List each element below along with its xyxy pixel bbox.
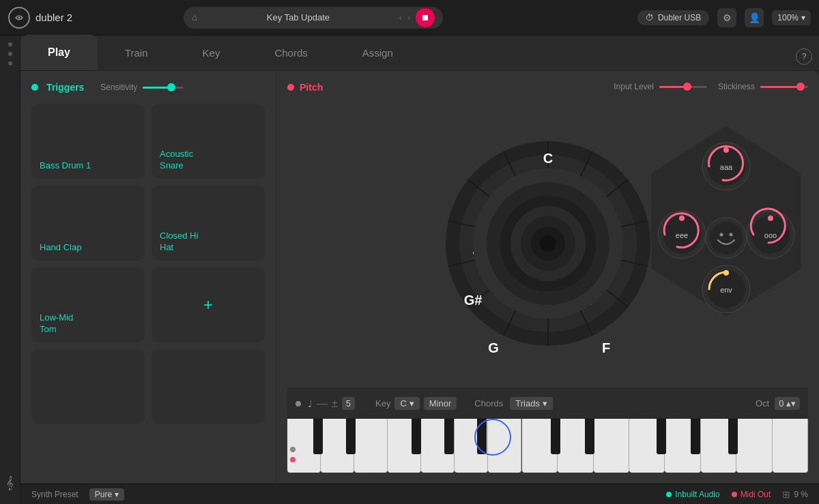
nav-back[interactable]: ‹ bbox=[399, 12, 402, 23]
svg-point-35 bbox=[710, 222, 743, 254]
piano-right-black-5[interactable] bbox=[728, 419, 738, 454]
circle-of-fifths[interactable]: C D D# F G G# A# bbox=[439, 134, 657, 353]
input-level-fill bbox=[659, 86, 686, 88]
settings-button[interactable]: ⚙ bbox=[717, 8, 736, 27]
status-bar: Synth Preset Pure ▾ Inbuilt Audio Midi O… bbox=[20, 484, 819, 504]
inbuilt-audio-dot bbox=[666, 492, 672, 497]
piano-right-key-8[interactable] bbox=[773, 419, 808, 473]
help-button[interactable]: ? bbox=[796, 48, 812, 65]
stickiness-slider[interactable] bbox=[760, 86, 808, 88]
piano-right-key-3[interactable] bbox=[594, 419, 629, 473]
triads-value[interactable]: Triads ▾ bbox=[510, 397, 552, 410]
sensitivity-thumb[interactable] bbox=[167, 83, 175, 91]
sidebar-dot-2 bbox=[8, 52, 12, 56]
stickiness-group: Stickiness bbox=[718, 82, 808, 91]
sensitivity-fill bbox=[143, 87, 169, 89]
profile-button[interactable]: 👤 bbox=[745, 8, 764, 27]
piano-right-black-2[interactable] bbox=[585, 419, 594, 454]
piano-right-key-7[interactable] bbox=[736, 419, 772, 473]
piano-right-black-1[interactable] bbox=[551, 419, 560, 454]
input-level-thumb[interactable] bbox=[683, 83, 691, 91]
svg-text:G: G bbox=[488, 340, 499, 353]
bpm-number[interactable]: 5 bbox=[342, 397, 355, 410]
triads-chevron: ▾ bbox=[543, 398, 547, 409]
sensitivity-slider[interactable] bbox=[143, 87, 184, 89]
synth-preset-arrow: ▾ bbox=[115, 490, 119, 499]
device-selector[interactable]: ⏱ Dubler USB bbox=[637, 10, 709, 25]
tab-train[interactable]: Train bbox=[98, 35, 175, 70]
triggers-header: Triggers Sensitivity bbox=[31, 82, 265, 93]
midi-out-dot bbox=[732, 492, 737, 497]
piano-right-black-3[interactable] bbox=[657, 419, 666, 454]
metronome-icon: ♩ bbox=[308, 398, 313, 409]
pad-low-mid-tom[interactable]: Low-MidTom bbox=[31, 267, 145, 342]
svg-point-36 bbox=[720, 233, 723, 237]
pitch-wheel-area: C D D# F G G# A# bbox=[287, 98, 808, 388]
triggers-panel: Triggers Sensitivity Bass Drum 1 bbox=[20, 71, 276, 484]
tab-assign[interactable]: Assign bbox=[335, 35, 420, 70]
svg-text:C: C bbox=[543, 151, 552, 166]
blue-circle-indicator bbox=[474, 419, 511, 456]
top-bar: dubler 2 ⌂ Key Tab Update ‹ › ⏱ Dubler U… bbox=[0, 0, 819, 35]
pitch-status-dot bbox=[287, 84, 294, 91]
app-title: dubler 2 bbox=[35, 12, 72, 23]
copy-icon[interactable]: ⊞ bbox=[782, 489, 790, 500]
svg-point-32 bbox=[679, 216, 685, 221]
bpm-sep1: — bbox=[317, 398, 328, 410]
svg-rect-1 bbox=[422, 15, 428, 20]
piano-area bbox=[287, 418, 808, 473]
midi-out-label: Midi Out bbox=[741, 490, 771, 499]
svg-text:env: env bbox=[720, 286, 732, 294]
pitch-label: Pitch bbox=[300, 82, 323, 93]
zoom-chevron: ▾ bbox=[801, 13, 805, 23]
sensitivity-group: Sensitivity bbox=[100, 83, 184, 92]
wheel-svg: C D D# F G G# A# bbox=[439, 134, 657, 353]
pad-acoustic-snare-label: AcousticSnare bbox=[160, 149, 193, 172]
pad-hand-clap[interactable]: Hand Clap bbox=[31, 186, 145, 261]
vowel-knobs: aaa eee bbox=[644, 119, 808, 323]
sidebar-icon[interactable]: 𝄞 bbox=[6, 476, 14, 490]
content-panel: Play Train Key Chords Assign ? Trigger bbox=[20, 35, 819, 504]
synth-preset-label: Synth Preset bbox=[31, 490, 78, 499]
key-value[interactable]: C ▾ bbox=[394, 397, 419, 410]
oct-label: Oct bbox=[756, 398, 769, 409]
pad-bass-drum[interactable]: Bass Drum 1 bbox=[31, 104, 145, 179]
piano-black-4[interactable] bbox=[444, 419, 454, 454]
add-pad-icon: + bbox=[203, 295, 213, 314]
piano-black-2[interactable] bbox=[346, 419, 356, 454]
svg-text:aaa: aaa bbox=[720, 163, 733, 171]
pad-add[interactable]: + bbox=[152, 267, 265, 342]
input-level-slider[interactable] bbox=[659, 86, 707, 88]
zoom-control[interactable]: 100% ▾ bbox=[772, 10, 811, 25]
workspace: Triggers Sensitivity Bass Drum 1 bbox=[20, 71, 819, 484]
svg-point-44 bbox=[723, 270, 729, 276]
piano-black-1[interactable] bbox=[313, 419, 323, 454]
triggers-status-dot bbox=[31, 84, 38, 91]
input-level-group: Input Level bbox=[614, 82, 707, 91]
piano-right-black-4[interactable] bbox=[691, 419, 700, 454]
url-bar[interactable]: ⌂ Key Tab Update ‹ › bbox=[184, 7, 443, 29]
piano-black-3[interactable] bbox=[412, 419, 421, 454]
tab-key[interactable]: Key bbox=[175, 35, 248, 70]
pad-empty-1 bbox=[31, 349, 145, 424]
tab-chords[interactable]: Chords bbox=[247, 35, 334, 70]
synth-preset-value[interactable]: Pure ▾ bbox=[89, 488, 124, 501]
stickiness-thumb[interactable] bbox=[796, 83, 805, 91]
mode-value[interactable]: Minor bbox=[424, 397, 457, 410]
oct-value[interactable]: 0 ▴▾ bbox=[775, 397, 800, 410]
device-icon: ⏱ bbox=[646, 13, 654, 23]
nav-forward[interactable]: › bbox=[407, 12, 410, 23]
triggers-label: Triggers bbox=[46, 82, 84, 93]
app-logo[interactable] bbox=[8, 7, 30, 29]
record-button[interactable] bbox=[416, 8, 435, 27]
home-icon: ⌂ bbox=[192, 12, 197, 23]
svg-point-37 bbox=[730, 233, 733, 237]
pad-closed-hi-hat[interactable]: Closed HiHat bbox=[152, 186, 265, 261]
pad-acoustic-snare[interactable]: AcousticSnare bbox=[152, 104, 265, 179]
vowel-knobs-svg: aaa eee bbox=[644, 119, 808, 323]
piano-key-e[interactable] bbox=[354, 419, 388, 473]
sidebar: 𝄞 bbox=[0, 35, 20, 504]
tab-play[interactable]: Play bbox=[20, 35, 98, 70]
main-area: 𝄞 Play Train Key Chords Assign ? bbox=[0, 35, 819, 504]
stickiness-fill bbox=[760, 86, 799, 88]
